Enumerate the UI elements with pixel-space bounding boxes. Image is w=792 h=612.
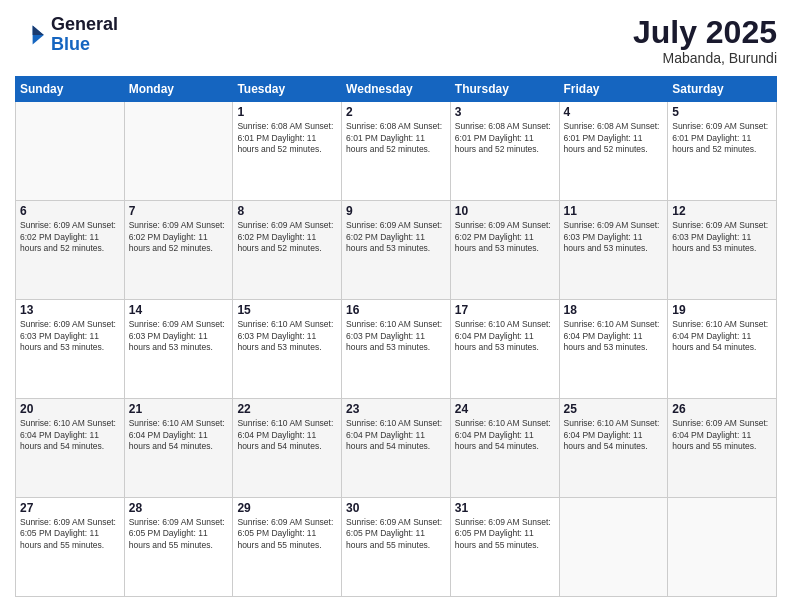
calendar-week-row: 27Sunrise: 6:09 AM Sunset: 6:05 PM Dayli… (16, 498, 777, 597)
day-of-week-header: Sunday (16, 77, 125, 102)
day-info: Sunrise: 6:09 AM Sunset: 6:02 PM Dayligh… (237, 220, 337, 254)
calendar-cell (124, 102, 233, 201)
day-number: 28 (129, 501, 229, 515)
month-year: July 2025 (633, 15, 777, 50)
calendar-cell: 4Sunrise: 6:08 AM Sunset: 6:01 PM Daylig… (559, 102, 668, 201)
day-of-week-header: Saturday (668, 77, 777, 102)
title-block: July 2025 Mabanda, Burundi (633, 15, 777, 66)
day-info: Sunrise: 6:09 AM Sunset: 6:02 PM Dayligh… (129, 220, 229, 254)
day-number: 29 (237, 501, 337, 515)
day-number: 5 (672, 105, 772, 119)
calendar-cell: 27Sunrise: 6:09 AM Sunset: 6:05 PM Dayli… (16, 498, 125, 597)
calendar-cell: 7Sunrise: 6:09 AM Sunset: 6:02 PM Daylig… (124, 201, 233, 300)
header: General Blue July 2025 Mabanda, Burundi (15, 15, 777, 66)
calendar-cell: 29Sunrise: 6:09 AM Sunset: 6:05 PM Dayli… (233, 498, 342, 597)
day-number: 8 (237, 204, 337, 218)
day-number: 10 (455, 204, 555, 218)
calendar-cell: 26Sunrise: 6:09 AM Sunset: 6:04 PM Dayli… (668, 399, 777, 498)
day-info: Sunrise: 6:09 AM Sunset: 6:02 PM Dayligh… (346, 220, 446, 254)
calendar-cell: 18Sunrise: 6:10 AM Sunset: 6:04 PM Dayli… (559, 300, 668, 399)
day-number: 15 (237, 303, 337, 317)
calendar-cell (559, 498, 668, 597)
calendar-cell: 8Sunrise: 6:09 AM Sunset: 6:02 PM Daylig… (233, 201, 342, 300)
day-number: 22 (237, 402, 337, 416)
calendar-week-row: 13Sunrise: 6:09 AM Sunset: 6:03 PM Dayli… (16, 300, 777, 399)
day-info: Sunrise: 6:10 AM Sunset: 6:04 PM Dayligh… (564, 319, 664, 353)
day-number: 18 (564, 303, 664, 317)
calendar-week-row: 20Sunrise: 6:10 AM Sunset: 6:04 PM Dayli… (16, 399, 777, 498)
day-info: Sunrise: 6:10 AM Sunset: 6:03 PM Dayligh… (237, 319, 337, 353)
day-number: 16 (346, 303, 446, 317)
calendar-cell (16, 102, 125, 201)
calendar-week-row: 1Sunrise: 6:08 AM Sunset: 6:01 PM Daylig… (16, 102, 777, 201)
calendar-cell: 10Sunrise: 6:09 AM Sunset: 6:02 PM Dayli… (450, 201, 559, 300)
day-info: Sunrise: 6:10 AM Sunset: 6:04 PM Dayligh… (455, 418, 555, 452)
day-number: 1 (237, 105, 337, 119)
calendar-cell: 23Sunrise: 6:10 AM Sunset: 6:04 PM Dayli… (342, 399, 451, 498)
day-info: Sunrise: 6:09 AM Sunset: 6:05 PM Dayligh… (346, 517, 446, 551)
day-number: 23 (346, 402, 446, 416)
day-of-week-header: Tuesday (233, 77, 342, 102)
day-number: 3 (455, 105, 555, 119)
day-number: 20 (20, 402, 120, 416)
calendar-cell: 22Sunrise: 6:10 AM Sunset: 6:04 PM Dayli… (233, 399, 342, 498)
day-number: 13 (20, 303, 120, 317)
calendar-cell: 2Sunrise: 6:08 AM Sunset: 6:01 PM Daylig… (342, 102, 451, 201)
day-info: Sunrise: 6:10 AM Sunset: 6:04 PM Dayligh… (346, 418, 446, 452)
day-info: Sunrise: 6:08 AM Sunset: 6:01 PM Dayligh… (455, 121, 555, 155)
calendar-cell: 12Sunrise: 6:09 AM Sunset: 6:03 PM Dayli… (668, 201, 777, 300)
calendar-cell: 3Sunrise: 6:08 AM Sunset: 6:01 PM Daylig… (450, 102, 559, 201)
day-number: 7 (129, 204, 229, 218)
day-info: Sunrise: 6:08 AM Sunset: 6:01 PM Dayligh… (237, 121, 337, 155)
day-info: Sunrise: 6:10 AM Sunset: 6:04 PM Dayligh… (20, 418, 120, 452)
day-of-week-header: Friday (559, 77, 668, 102)
calendar-cell: 6Sunrise: 6:09 AM Sunset: 6:02 PM Daylig… (16, 201, 125, 300)
day-number: 26 (672, 402, 772, 416)
day-info: Sunrise: 6:09 AM Sunset: 6:02 PM Dayligh… (455, 220, 555, 254)
day-info: Sunrise: 6:10 AM Sunset: 6:04 PM Dayligh… (129, 418, 229, 452)
day-number: 6 (20, 204, 120, 218)
day-number: 12 (672, 204, 772, 218)
calendar-cell: 14Sunrise: 6:09 AM Sunset: 6:03 PM Dayli… (124, 300, 233, 399)
day-info: Sunrise: 6:09 AM Sunset: 6:03 PM Dayligh… (564, 220, 664, 254)
day-info: Sunrise: 6:09 AM Sunset: 6:03 PM Dayligh… (20, 319, 120, 353)
day-info: Sunrise: 6:09 AM Sunset: 6:05 PM Dayligh… (20, 517, 120, 551)
calendar-cell: 28Sunrise: 6:09 AM Sunset: 6:05 PM Dayli… (124, 498, 233, 597)
calendar-table: SundayMondayTuesdayWednesdayThursdayFrid… (15, 76, 777, 597)
calendar-cell: 13Sunrise: 6:09 AM Sunset: 6:03 PM Dayli… (16, 300, 125, 399)
day-number: 14 (129, 303, 229, 317)
day-info: Sunrise: 6:09 AM Sunset: 6:05 PM Dayligh… (455, 517, 555, 551)
day-info: Sunrise: 6:10 AM Sunset: 6:03 PM Dayligh… (346, 319, 446, 353)
day-number: 11 (564, 204, 664, 218)
calendar-cell: 1Sunrise: 6:08 AM Sunset: 6:01 PM Daylig… (233, 102, 342, 201)
calendar-cell: 21Sunrise: 6:10 AM Sunset: 6:04 PM Dayli… (124, 399, 233, 498)
day-info: Sunrise: 6:10 AM Sunset: 6:04 PM Dayligh… (237, 418, 337, 452)
calendar-cell (668, 498, 777, 597)
day-info: Sunrise: 6:09 AM Sunset: 6:03 PM Dayligh… (129, 319, 229, 353)
calendar-cell: 20Sunrise: 6:10 AM Sunset: 6:04 PM Dayli… (16, 399, 125, 498)
svg-marker-1 (33, 25, 44, 35)
day-info: Sunrise: 6:09 AM Sunset: 6:05 PM Dayligh… (237, 517, 337, 551)
day-info: Sunrise: 6:09 AM Sunset: 6:01 PM Dayligh… (672, 121, 772, 155)
day-number: 31 (455, 501, 555, 515)
day-number: 4 (564, 105, 664, 119)
calendar-cell: 19Sunrise: 6:10 AM Sunset: 6:04 PM Dayli… (668, 300, 777, 399)
calendar-cell: 24Sunrise: 6:10 AM Sunset: 6:04 PM Dayli… (450, 399, 559, 498)
logo-icon (15, 19, 47, 51)
calendar-cell: 30Sunrise: 6:09 AM Sunset: 6:05 PM Dayli… (342, 498, 451, 597)
day-info: Sunrise: 6:10 AM Sunset: 6:04 PM Dayligh… (455, 319, 555, 353)
day-number: 24 (455, 402, 555, 416)
day-info: Sunrise: 6:09 AM Sunset: 6:02 PM Dayligh… (20, 220, 120, 254)
day-number: 25 (564, 402, 664, 416)
day-info: Sunrise: 6:08 AM Sunset: 6:01 PM Dayligh… (346, 121, 446, 155)
calendar-cell: 15Sunrise: 6:10 AM Sunset: 6:03 PM Dayli… (233, 300, 342, 399)
day-info: Sunrise: 6:10 AM Sunset: 6:04 PM Dayligh… (672, 319, 772, 353)
calendar-cell: 16Sunrise: 6:10 AM Sunset: 6:03 PM Dayli… (342, 300, 451, 399)
calendar-header-row: SundayMondayTuesdayWednesdayThursdayFrid… (16, 77, 777, 102)
calendar-cell: 25Sunrise: 6:10 AM Sunset: 6:04 PM Dayli… (559, 399, 668, 498)
day-info: Sunrise: 6:09 AM Sunset: 6:03 PM Dayligh… (672, 220, 772, 254)
calendar-cell: 9Sunrise: 6:09 AM Sunset: 6:02 PM Daylig… (342, 201, 451, 300)
day-number: 21 (129, 402, 229, 416)
day-of-week-header: Monday (124, 77, 233, 102)
calendar-cell: 17Sunrise: 6:10 AM Sunset: 6:04 PM Dayli… (450, 300, 559, 399)
